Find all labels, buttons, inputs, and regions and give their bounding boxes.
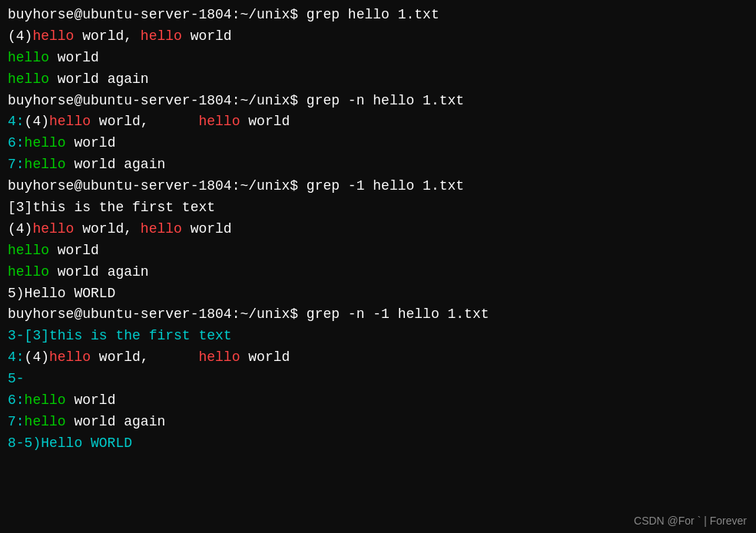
- terminal-line: 6:hello world: [8, 133, 748, 154]
- terminal-line: hello world: [8, 240, 748, 262]
- terminal-line: 3-[3]this is the first text: [8, 326, 748, 347]
- terminal-line: 7:hello world again: [8, 154, 748, 176]
- terminal-line: buyhorse@ubuntu-server-1804:~/unix$ grep…: [8, 91, 748, 112]
- terminal-line: buyhorse@ubuntu-server-1804:~/unix$ grep…: [8, 5, 748, 26]
- terminal-line: 5)Hello WORLD: [8, 283, 748, 305]
- terminal-line: [3]this is the first text: [8, 197, 748, 219]
- terminal-line: 5-: [8, 369, 748, 390]
- terminal-line: buyhorse@ubuntu-server-1804:~/unix$ grep…: [8, 176, 748, 197]
- terminal-line: hello world again: [8, 69, 748, 91]
- terminal-line: 8-5)Hello WORLD: [8, 433, 748, 455]
- terminal-line: buyhorse@ubuntu-server-1804:~/unix$ grep…: [8, 304, 748, 326]
- terminal-line: hello world: [8, 48, 748, 69]
- watermark: CSDN @For ` | Forever: [634, 515, 747, 527]
- terminal-output: buyhorse@ubuntu-server-1804:~/unix$ grep…: [0, 0, 756, 459]
- terminal-line: 7:hello world again: [8, 412, 748, 433]
- terminal-line: 4:(4)hello world, hello world: [8, 111, 748, 133]
- terminal-line: (4)hello world, hello world: [8, 26, 748, 48]
- terminal-line: 4:(4)hello world, hello world: [8, 347, 748, 369]
- terminal-line: (4)hello world, hello world: [8, 219, 748, 240]
- terminal-line: hello world again: [8, 262, 748, 283]
- terminal-line: 6:hello world: [8, 390, 748, 412]
